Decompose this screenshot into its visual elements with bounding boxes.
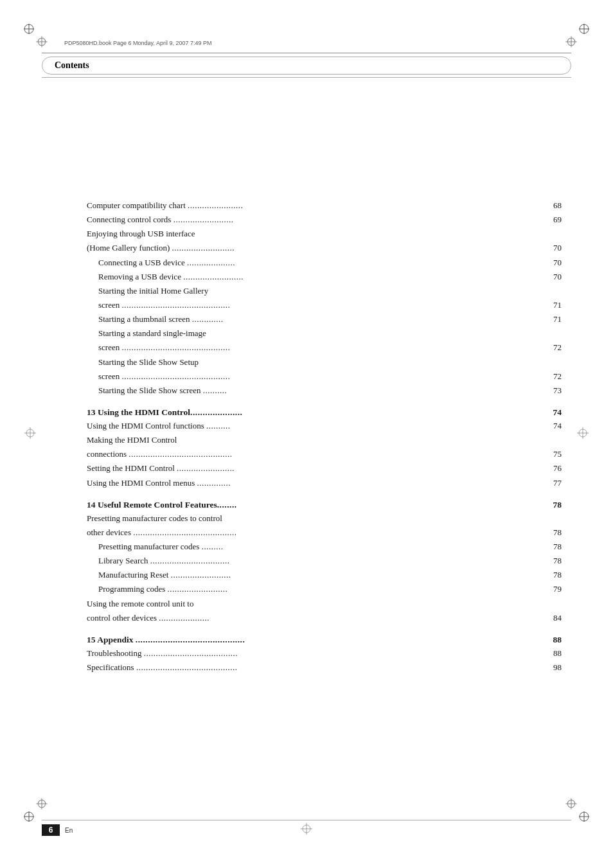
entry-page: 71	[544, 299, 562, 312]
entry-page: 70	[544, 270, 562, 283]
hr-below-header	[42, 77, 571, 78]
corner-mark-tl	[22, 22, 35, 35]
entry-text: Starting a thumbnail screen ............…	[98, 313, 544, 326]
corner-inner-mark-tr	[565, 35, 578, 48]
toc-entry: Starting the initial Home Gallery	[98, 285, 562, 297]
toc-entry: Troubleshooting ........................…	[87, 647, 562, 660]
entry-page: 72	[544, 341, 562, 354]
toc-entry: Setting the HDMI Control ...............…	[87, 462, 562, 475]
toc-entry: Making the HDMI Control	[87, 434, 562, 447]
reg-mark-right	[577, 427, 589, 441]
section-title-text: 13 Using the HDMI Control...............…	[87, 407, 544, 418]
entry-page: 68	[544, 199, 562, 212]
entry-page: 70	[544, 256, 562, 269]
entry-page: 74	[544, 420, 562, 432]
entry-text: Presetting manufacturer codes .........	[98, 540, 544, 553]
entry-page	[544, 512, 562, 525]
toc-entry: Using the HDMI Control functions .......…	[87, 420, 562, 432]
entry-page: 71	[544, 313, 562, 326]
section-title-text: 14 Useful Remote Control Features.......…	[87, 500, 544, 510]
toc-entry: screen .................................…	[98, 370, 562, 383]
toc-entry: Manufacturing Reset ....................…	[98, 569, 562, 581]
entry-page: 84	[544, 612, 562, 624]
toc-entry: Computer compatibility chart ...........…	[87, 199, 562, 212]
entry-text: Manufacturing Reset ....................…	[98, 569, 544, 581]
entry-text: Presetting manufacturer codes to control	[87, 512, 544, 525]
section-header-15: 15 Appendix ............................…	[87, 635, 562, 645]
entry-text: Starting the Slide Show screen .........…	[98, 384, 544, 397]
entry-text: control other devices ..................…	[87, 612, 544, 624]
entry-page: 70	[544, 242, 562, 254]
entry-text: connections ............................…	[87, 448, 544, 461]
entry-text: Library Search .........................…	[98, 554, 544, 567]
entry-page	[544, 327, 562, 340]
entry-page: 76	[544, 462, 562, 475]
toc-entry: Using the remote control unit to	[87, 598, 562, 610]
toc-entry: other devices ..........................…	[87, 526, 562, 539]
toc-entry: Enjoying through USB interface	[87, 227, 562, 240]
contents-title: Contents	[55, 57, 89, 75]
footer-content: 6 En	[42, 824, 571, 836]
entry-page	[544, 227, 562, 240]
entry-page: 88	[544, 647, 562, 660]
entry-text: Using the remote control unit to	[87, 598, 544, 610]
section-page: 88	[544, 635, 562, 645]
toc-entry: Using the HDMI Control menus ...........…	[87, 477, 562, 490]
entry-text: Specifications .........................…	[87, 661, 544, 674]
entry-text: Troubleshooting ........................…	[87, 647, 544, 660]
entry-text: Setting the HDMI Control ...............…	[87, 462, 544, 475]
corner-inner-mark-br	[565, 797, 578, 810]
toc-entry: Connecting control cords ...............…	[87, 213, 562, 226]
toc-entry: Presetting manufacturer codes to control	[87, 512, 562, 525]
section-title-text: 15 Appendix ............................…	[87, 635, 544, 645]
entry-text: screen .................................…	[98, 299, 544, 312]
contents-header: Contents	[42, 57, 571, 75]
toc-entry: control other devices ..................…	[87, 612, 562, 624]
entry-text: Using the HDMI Control functions .......…	[87, 420, 544, 432]
entry-text: Starting a standard single-image	[98, 327, 544, 340]
corner-inner-mark-bl	[35, 797, 48, 810]
entry-page: 78	[544, 540, 562, 553]
entry-text: Enjoying through USB interface	[87, 227, 544, 240]
entry-text: Starting the Slide Show Setup	[98, 356, 544, 369]
entry-text: other devices ..........................…	[87, 526, 544, 539]
contents-bar-outline	[42, 57, 571, 75]
entry-page	[544, 598, 562, 610]
toc-entry: Starting a standard single-image	[98, 327, 562, 340]
entry-page	[544, 434, 562, 447]
toc-entry: Removing a USB device ..................…	[98, 270, 562, 283]
toc-content: Computer compatibility chart ...........…	[87, 199, 562, 675]
toc-entry: Programming codes ......................…	[98, 583, 562, 596]
entry-page	[544, 356, 562, 369]
entry-text: screen .................................…	[98, 341, 544, 354]
entry-text: Connecting control cords ...............…	[87, 213, 544, 226]
corner-mark-bl	[22, 810, 35, 823]
entry-page: 78	[544, 554, 562, 567]
entry-page: 98	[544, 661, 562, 674]
toc-entry: (Home Gallery function) ................…	[87, 242, 562, 254]
entry-text: Programming codes ......................…	[98, 583, 544, 596]
entry-page: 72	[544, 370, 562, 383]
footer-hr	[42, 820, 571, 820]
entry-text: Making the HDMI Control	[87, 434, 544, 447]
entry-page: 78	[544, 526, 562, 539]
page-number: 6	[42, 824, 60, 836]
entry-text: Computer compatibility chart ...........…	[87, 199, 544, 212]
entry-text: screen .................................…	[98, 370, 544, 383]
corner-mark-tr	[578, 22, 591, 35]
footer-lang: En	[65, 827, 73, 834]
entry-text: Connecting a USB device ................…	[98, 256, 544, 269]
toc-entry: screen .................................…	[98, 341, 562, 354]
section-page: 78	[544, 500, 562, 510]
corner-mark-br	[578, 810, 591, 823]
entry-page: 73	[544, 384, 562, 397]
toc-entry: Starting the Slide Show Setup	[98, 356, 562, 369]
entry-page: 77	[544, 477, 562, 490]
entry-page: 75	[544, 448, 562, 461]
entry-text: (Home Gallery function) ................…	[87, 242, 544, 254]
footer: 6 En	[42, 820, 571, 836]
entry-text: Starting the initial Home Gallery	[98, 285, 544, 297]
toc-entry: screen .................................…	[98, 299, 562, 312]
toc-entry: Presetting manufacturer codes ......... …	[98, 540, 562, 553]
toc-entry: connections ............................…	[87, 448, 562, 461]
